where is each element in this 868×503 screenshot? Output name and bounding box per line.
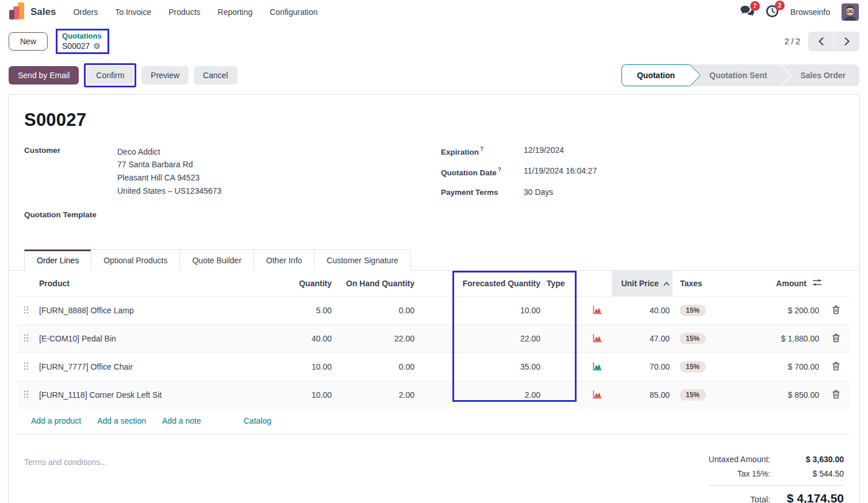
tax-badge[interactable]: 15% <box>679 305 706 316</box>
tab-other-info[interactable]: Other Info <box>254 249 314 271</box>
app-switcher[interactable]: Sales <box>9 2 56 22</box>
column-header-forecasted[interactable]: Forecasted Quantity <box>417 271 543 297</box>
column-header-type[interactable]: Type <box>543 271 612 297</box>
list-footer-links: Add a product Add a section Add a note C… <box>17 409 851 435</box>
user-name[interactable]: Browseinfo <box>790 7 830 17</box>
on-hand-cell[interactable]: 22.00 <box>335 325 417 353</box>
confirm-button[interactable]: Confirm <box>87 66 133 85</box>
sort-ascending-icon <box>663 279 670 288</box>
product-cell[interactable]: [E-COM10] Pedal Bin <box>34 325 264 353</box>
total-value: $ 4,174.50 <box>770 492 844 503</box>
drag-handle-icon[interactable] <box>17 297 34 325</box>
quotation-template-label: Quotation Template <box>24 210 97 219</box>
column-header-product[interactable]: Product <box>34 271 264 297</box>
menu-products[interactable]: Products <box>168 7 200 17</box>
product-cell[interactable]: [FURN_8888] Office Lamp <box>34 297 264 325</box>
messages-button[interactable]: 7 <box>740 5 754 19</box>
forecast-chart-icon[interactable] <box>593 333 602 343</box>
tab-quote-builder[interactable]: Quote Builder <box>179 249 254 271</box>
delete-row-icon[interactable] <box>832 390 840 399</box>
forecasted-cell[interactable]: 22.00 <box>417 325 543 353</box>
unit-price-cell[interactable]: 47.00 <box>612 325 673 353</box>
tax-badge[interactable]: 15% <box>679 333 706 344</box>
tax-badge[interactable]: 15% <box>679 361 706 373</box>
confirm-highlight-box: Confirm <box>84 63 136 87</box>
add-a-section-link[interactable]: Add a section <box>97 416 146 425</box>
product-cell[interactable]: [FURN_7777] Office Chair <box>34 353 264 381</box>
untaxed-amount-label: Untaxed Amount: <box>709 455 770 464</box>
menu-reporting[interactable]: Reporting <box>218 7 253 17</box>
column-header-unit-price[interactable]: Unit Price <box>612 271 673 297</box>
tab-customer-signature[interactable]: Customer Signature <box>314 249 411 271</box>
optional-columns-icon[interactable] <box>812 278 822 289</box>
order-line-row[interactable]: [E-COM10] Pedal Bin 40.00 22.00 22.00 47… <box>17 325 850 353</box>
terms-and-conditions-input[interactable]: Terms and conditions... <box>24 455 107 503</box>
user-avatar[interactable] <box>842 3 859 21</box>
status-quotation-sent[interactable]: Quotation Sent <box>690 64 781 86</box>
action-bar: Send by Email Confirm Preview Cancel Quo… <box>0 61 868 94</box>
customer-name-field[interactable]: Deco Addict <box>117 145 221 159</box>
delete-row-icon[interactable] <box>832 305 840 314</box>
forecast-chart-icon[interactable] <box>593 362 602 371</box>
forecasted-cell[interactable]: 2.00 <box>417 381 543 409</box>
pager-next-button[interactable] <box>834 32 859 51</box>
quantity-cell[interactable]: 5.00 <box>264 297 335 325</box>
forecasted-cell[interactable]: 10.00 <box>417 297 543 325</box>
forecast-chart-icon[interactable] <box>593 390 602 399</box>
pager: 2 / 2 <box>785 32 859 51</box>
delete-row-icon[interactable] <box>832 333 840 343</box>
on-hand-cell[interactable]: 0.00 <box>335 353 417 381</box>
menu-orders[interactable]: Orders <box>73 7 98 17</box>
order-line-row[interactable]: [FURN_1118] Corner Desk Left Sit 10.00 2… <box>17 381 850 409</box>
column-header-taxes[interactable]: Taxes <box>673 271 719 297</box>
expiration-field[interactable]: 12/19/2024 <box>524 145 564 156</box>
drag-handle-icon[interactable] <box>17 353 34 381</box>
column-header-quantity[interactable]: Quantity <box>264 271 335 297</box>
unit-price-cell[interactable]: 40.00 <box>612 297 673 325</box>
product-cell[interactable]: [FURN_1118] Corner Desk Left Sit <box>34 381 264 409</box>
breadcrumb-highlight-box: Quotations S00027 ⚙ <box>56 29 109 54</box>
quantity-cell[interactable]: 10.00 <box>264 353 335 381</box>
forecast-chart-icon[interactable] <box>593 305 602 314</box>
drag-handle-icon[interactable] <box>17 381 34 409</box>
activities-button[interactable]: 2 <box>766 5 779 20</box>
on-hand-cell[interactable]: 2.00 <box>335 381 417 409</box>
menu-configuration[interactable]: Configuration <box>270 7 317 17</box>
add-a-note-link[interactable]: Add a note <box>162 416 201 425</box>
breadcrumb-quotations[interactable]: Quotations <box>62 31 102 41</box>
order-line-row[interactable]: [FURN_8888] Office Lamp 5.00 0.00 10.00 … <box>17 297 850 325</box>
menu-to-invoice[interactable]: To Invoice <box>115 7 151 17</box>
app-name: Sales <box>30 6 56 18</box>
status-sales-order[interactable]: Sales Order <box>781 64 859 86</box>
on-hand-cell[interactable]: 0.00 <box>335 297 417 325</box>
send-by-email-button[interactable]: Send by Email <box>9 66 79 85</box>
expiration-help-icon[interactable]: ? <box>480 146 483 152</box>
notebook-tabs: Order Lines Optional Products Quote Buil… <box>9 249 859 271</box>
forecasted-cell[interactable]: 35.00 <box>417 353 543 381</box>
status-quotation[interactable]: Quotation <box>621 64 690 86</box>
tab-order-lines[interactable]: Order Lines <box>24 249 91 271</box>
column-header-amount[interactable]: Amount <box>719 271 822 297</box>
new-button[interactable]: New <box>9 32 48 51</box>
unit-price-cell[interactable]: 85.00 <box>612 381 673 409</box>
tax-badge[interactable]: 15% <box>679 389 706 401</box>
cancel-button[interactable]: Cancel <box>194 66 237 85</box>
customer-address-line2: Pleasant Hill CA 94523 <box>117 171 221 185</box>
order-line-row[interactable]: [FURN_7777] Office Chair 10.00 0.00 35.0… <box>17 353 850 381</box>
add-a-product-link[interactable]: Add a product <box>31 416 81 425</box>
payment-terms-field[interactable]: 30 Days <box>524 187 553 197</box>
pager-previous-button[interactable] <box>808 32 834 51</box>
sales-app-icon <box>9 2 25 22</box>
tab-optional-products[interactable]: Optional Products <box>91 249 180 271</box>
quantity-cell[interactable]: 40.00 <box>264 325 335 353</box>
preview-button[interactable]: Preview <box>141 66 189 85</box>
quotation-date-help-icon[interactable]: ? <box>498 167 501 173</box>
quantity-cell[interactable]: 10.00 <box>264 381 335 409</box>
column-header-on-hand[interactable]: On Hand Quantity <box>335 271 417 297</box>
drag-handle-icon[interactable] <box>17 325 34 353</box>
quotation-date-field[interactable]: 11/19/2024 16:04:27 <box>524 166 597 177</box>
catalog-link[interactable]: Catalog <box>244 416 271 425</box>
unit-price-cell[interactable]: 70.00 <box>612 353 673 381</box>
delete-row-icon[interactable] <box>832 362 840 371</box>
gear-icon[interactable]: ⚙ <box>93 42 101 50</box>
